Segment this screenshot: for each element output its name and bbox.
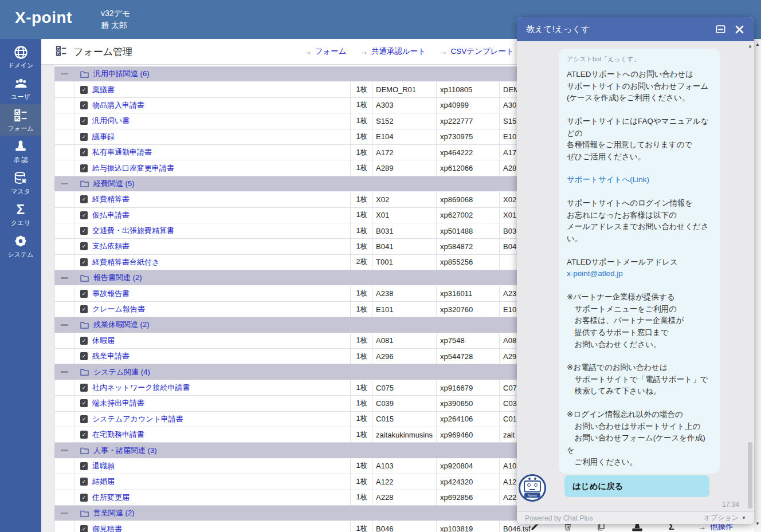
form-xp-id-cell: xp40999 — [437, 98, 500, 113]
avatar-banner: Xpoint — [524, 493, 540, 498]
arrow-right-icon: → — [304, 48, 312, 56]
group-link[interactable]: システム関連 (4) — [93, 367, 150, 377]
scroll-down-icon[interactable]: ▼ — [754, 521, 761, 526]
row-select-cell — [54, 474, 74, 489]
chat-scrollbar-thumb[interactable] — [748, 442, 752, 509]
form-link[interactable]: 支払依頼書 — [92, 241, 130, 251]
form-link[interactable]: 事故報告書 — [92, 289, 130, 299]
chat-paragraph: ATLEDサポートへのお問い合わせはサポートサイトのお問い合わせフォーム(ケース… — [567, 69, 712, 104]
collapse-cell — [54, 270, 74, 285]
form-xp-id-cell: xp424320 — [437, 474, 500, 489]
form-link[interactable]: 給与振込口座変更申請書 — [92, 163, 174, 174]
group-link[interactable]: 報告書関連 (2) — [93, 273, 142, 283]
sidebar-item-form[interactable]: フォーム — [0, 104, 41, 136]
app-root: X-point v32デモ 勝 太郎 ドメインユーザフォーム承 認マスタΣクエリ… — [0, 0, 761, 532]
collapse-minus-icon[interactable] — [61, 73, 68, 75]
header-link[interactable]: →フォーム — [304, 46, 346, 57]
group-link[interactable]: 残業休暇関連 (2) — [93, 320, 150, 330]
form-xp-id-cell: xp730975 — [437, 129, 500, 144]
form-link[interactable]: 退職願 — [92, 461, 115, 471]
form-link[interactable]: 経費精算書 — [92, 194, 130, 204]
form-code-cell: X02 — [372, 192, 437, 207]
group-link[interactable]: 経費関連 (5) — [93, 179, 135, 189]
close-icon[interactable] — [734, 24, 745, 35]
sheet-count-cell: 1枚 — [351, 412, 372, 427]
chat-text-line: 提供するサポート窓口まで — [567, 327, 712, 339]
chat-text-line: 検索してみて下さいね。 — [567, 385, 712, 397]
form-xp-id-cell: xp320760 — [437, 302, 500, 317]
group-link[interactable]: 汎用申請関連 (6) — [93, 69, 150, 79]
chat-text-line: お客様は、パートナー企業様が — [567, 315, 712, 327]
minimize-icon[interactable] — [715, 24, 726, 35]
collapse-minus-icon[interactable] — [61, 450, 68, 451]
form-link[interactable]: 物品購入申請書 — [92, 100, 144, 111]
sidebar-item-users[interactable]: ユーザ — [0, 73, 41, 104]
form-link[interactable]: クレーム報告書 — [92, 304, 145, 314]
document-check-icon: ✓ — [80, 337, 88, 345]
collapse-minus-icon[interactable] — [61, 277, 68, 279]
header-link[interactable]: →CSVテンプレート — [440, 46, 514, 57]
chat-text-line: メールアドレスまでお問い合わせください。 — [567, 221, 712, 245]
form-link[interactable]: 私有車通勤申請書 — [92, 147, 152, 157]
form-name-cell: ✓住所変更届 — [74, 490, 351, 505]
chat-text-line: サポートサイトで「電話サポート」で — [567, 374, 712, 386]
form-xp-id-cell: xp916679 — [437, 380, 500, 395]
header-link[interactable]: →共通承認ルート — [360, 46, 426, 57]
sidebar-item-database[interactable]: マスタ — [0, 167, 41, 199]
document-check-icon: ✓ — [80, 462, 88, 470]
form-name-cell: ✓私有車通勤申請書 — [74, 145, 351, 160]
form-link[interactable]: 仮払申請書 — [92, 210, 130, 220]
sidebar-item-stamp[interactable]: 承 認 — [0, 136, 41, 167]
scroll-up-icon[interactable]: ▲ — [754, 42, 761, 47]
sheet-count-cell: 1枚 — [351, 145, 372, 160]
sidebar-item-gear[interactable]: システム — [0, 230, 41, 262]
form-link[interactable]: 社内ネットワーク接続申請書 — [92, 383, 190, 393]
collapse-minus-icon[interactable] — [61, 183, 68, 185]
document-check-icon: ✓ — [80, 164, 88, 172]
document-check-icon: ✓ — [80, 195, 88, 203]
sidebar-item-sigma[interactable]: Σクエリ — [0, 199, 41, 230]
form-code-cell: C015 — [372, 412, 437, 427]
form-code-cell: E104 — [372, 129, 437, 144]
form-code-cell: A172 — [372, 145, 437, 160]
collapse-minus-icon[interactable] — [61, 371, 68, 373]
form-link[interactable]: 稟議書 — [92, 85, 115, 95]
collapse-minus-icon[interactable] — [61, 513, 68, 514]
document-check-icon: ✓ — [80, 101, 88, 109]
form-name-cell: ✓交通費・出張旅費精算書 — [74, 223, 351, 238]
form-link[interactable]: システムアカウント申請書 — [92, 414, 183, 424]
form-code-cell: B031 — [372, 223, 437, 238]
group-link[interactable]: 人事・諸届関連 (3) — [93, 446, 157, 456]
collapse-minus-icon[interactable] — [61, 324, 68, 326]
form-link[interactable]: 経費精算書台紙付き — [92, 257, 159, 267]
sheet-count-cell: 1枚 — [351, 380, 372, 395]
sidebar-item-label: クエリ — [11, 219, 30, 227]
sheet-count-cell: 1枚 — [351, 192, 372, 207]
row-select-cell — [54, 192, 74, 207]
form-link[interactable]: 御見積書 — [92, 524, 122, 532]
form-code-cell: E101 — [372, 302, 437, 317]
globe-icon — [13, 44, 29, 60]
form-link[interactable]: 結婚届 — [92, 476, 115, 487]
form-link[interactable]: 在宅勤務申請書 — [92, 429, 144, 440]
chat-scroll-up-icon[interactable]: ▲ — [748, 44, 752, 49]
options-dropdown[interactable]: オプション ▼ — [704, 513, 746, 523]
form-code-cell: B041 — [372, 239, 437, 254]
form-code-cell: zaitakukinmusins — [372, 427, 437, 442]
message-timestamp: 17:34 — [722, 501, 739, 509]
main-scrollbar[interactable]: ▲ ▼ — [754, 39, 761, 532]
group-link[interactable]: 営業関連 (2) — [93, 508, 135, 518]
form-link[interactable]: 残業申請書 — [92, 351, 130, 361]
form-link[interactable]: 住所変更届 — [92, 492, 130, 503]
sidebar-item-globe[interactable]: ドメイン — [0, 41, 41, 73]
form-link[interactable]: 汎用伺い書 — [92, 116, 130, 126]
form-link[interactable]: 端末持出申請書 — [92, 398, 144, 408]
form-link[interactable]: 休暇届 — [92, 336, 115, 346]
sheet-count-cell: 1枚 — [351, 98, 372, 113]
chat-link[interactable]: サポートサイトへ(Link) — [567, 175, 649, 184]
form-link[interactable]: 交通費・出張旅費精算書 — [92, 226, 174, 236]
restart-button[interactable]: はじめに戻る — [564, 475, 709, 497]
chat-link[interactable]: x-point@atled.jp — [567, 269, 623, 278]
form-name-cell: ✓稟議書 — [74, 82, 351, 97]
form-link[interactable]: 議事録 — [92, 132, 115, 142]
